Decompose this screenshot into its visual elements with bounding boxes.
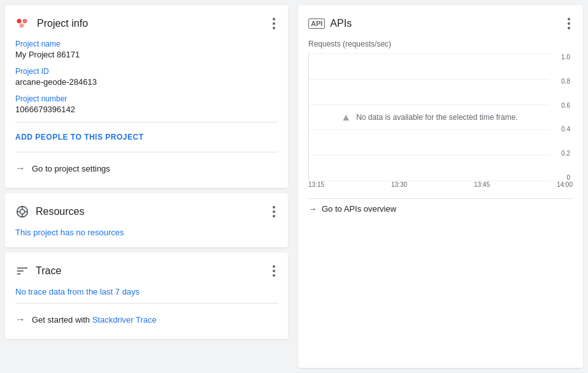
goto-apis-arrow: → xyxy=(308,204,317,214)
project-number-value: 1066679396142 xyxy=(15,105,278,114)
trace-subtext: No trace data from the last 7 days xyxy=(15,287,278,296)
api-icon: API xyxy=(308,18,325,29)
project-info-title: Project info xyxy=(37,18,88,29)
warning-icon: ▲ xyxy=(341,112,351,123)
left-panel: Project info Project name My Project 861… xyxy=(0,0,293,373)
chart-x-axis: 13:15 13:30 13:45 14:00 xyxy=(308,181,573,188)
apis-header: API APIs xyxy=(308,15,573,32)
trace-get-started-prefix: Get started with xyxy=(32,315,92,325)
goto-settings-link[interactable]: → Go to project settings xyxy=(15,159,278,178)
resources-subtext: This project has no resources xyxy=(15,228,278,237)
y-label-3: 0.6 xyxy=(561,102,570,109)
resources-header: Resources xyxy=(15,203,278,220)
svg-point-0 xyxy=(17,19,22,24)
trace-get-started-link[interactable]: → Get started with Stackdriver Trace xyxy=(15,310,278,329)
x-label-3: 13:45 xyxy=(474,181,490,188)
x-label-4: 14:00 xyxy=(557,181,573,188)
svg-point-2 xyxy=(20,24,24,28)
y-label-4: 0.4 xyxy=(561,126,570,133)
project-id-label: Project ID xyxy=(15,67,278,76)
resources-title-group: Resources xyxy=(15,205,84,219)
x-label-2: 13:30 xyxy=(391,181,407,188)
resources-card: Resources This project has no resources xyxy=(5,193,288,247)
add-people-link[interactable]: ADD PEOPLE TO THIS PROJECT xyxy=(15,129,278,145)
project-info-menu-button[interactable] xyxy=(270,15,278,32)
project-name-value: My Project 86171 xyxy=(15,50,278,59)
trace-get-started-text: Get started with Stackdriver Trace xyxy=(32,315,157,325)
no-data-message: ▲ No data is available for the selected … xyxy=(341,112,517,123)
right-panel: API APIs Requests (requests/sec) ▲ No xyxy=(293,0,588,373)
chart-plot: ▲ No data is available for the selected … xyxy=(308,54,550,181)
project-id-row: Project ID arcane-geode-284613 xyxy=(15,67,278,87)
divider-1 xyxy=(15,122,278,122)
apis-menu-button[interactable] xyxy=(565,15,573,32)
trace-menu-button[interactable] xyxy=(270,263,278,279)
goto-settings-label: Go to project settings xyxy=(32,164,110,173)
svg-point-4 xyxy=(20,209,24,214)
y-label-6: 0 xyxy=(566,174,570,181)
grid-line-1 xyxy=(309,79,550,80)
grid-line-3 xyxy=(309,129,550,130)
chart-container: ▲ No data is available for the selected … xyxy=(308,54,573,181)
divider-2 xyxy=(15,152,278,152)
trace-title-group: Trace xyxy=(15,264,61,278)
x-label-1: 13:15 xyxy=(308,181,324,188)
project-number-label: Project number xyxy=(15,94,278,103)
project-name-row: Project name My Project 86171 xyxy=(15,40,278,59)
chart-label: Requests (requests/sec) xyxy=(308,40,573,48)
trace-header: Trace xyxy=(15,263,278,279)
apis-title-group: API APIs xyxy=(308,18,352,29)
chart-y-axis: 1.0 0.8 0.6 0.4 0.2 0 xyxy=(550,54,573,181)
svg-point-1 xyxy=(23,19,27,24)
project-info-card: Project info Project name My Project 861… xyxy=(5,5,288,188)
grid-line-2 xyxy=(309,105,550,105)
project-info-title-group: Project info xyxy=(15,16,88,31)
apis-title: APIs xyxy=(330,18,352,29)
project-name-label: Project name xyxy=(15,40,278,48)
goto-apis-label: Go to APIs overview xyxy=(322,204,396,214)
trace-stackdriver-link[interactable]: Stackdriver Trace xyxy=(92,315,157,325)
grid-line-top xyxy=(309,54,550,54)
resources-title: Resources xyxy=(36,206,84,217)
goto-apis-link[interactable]: → Go to APIs overview xyxy=(308,198,573,214)
no-data-text: No data is available for the selected ti… xyxy=(356,113,517,122)
resources-icon xyxy=(15,205,29,219)
trace-icon xyxy=(15,264,29,278)
project-icon xyxy=(15,16,31,31)
apis-card: API APIs Requests (requests/sec) ▲ No xyxy=(298,5,583,368)
grid-line-bottom xyxy=(309,180,550,181)
resources-menu-button[interactable] xyxy=(270,203,278,220)
trace-card: Trace No trace data from the last 7 days… xyxy=(5,252,288,339)
project-number-row: Project number 1066679396142 xyxy=(15,94,278,114)
y-label-1: 1.0 xyxy=(561,54,570,61)
arrow-right-icon: → xyxy=(15,163,25,174)
y-label-2: 0.8 xyxy=(561,78,570,85)
grid-line-4 xyxy=(309,155,550,156)
y-label-5: 0.2 xyxy=(561,150,570,157)
trace-title: Trace xyxy=(36,265,61,277)
project-id-value: arcane-geode-284613 xyxy=(15,77,278,87)
divider-trace xyxy=(15,303,278,304)
project-info-header: Project info xyxy=(15,15,278,32)
trace-arrow-icon: → xyxy=(15,314,25,325)
